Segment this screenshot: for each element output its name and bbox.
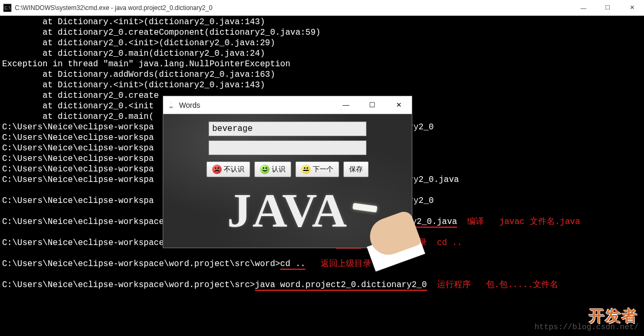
cmd-icon: C:\ bbox=[3, 4, 12, 12]
dont-know-button[interactable]: 不认识 bbox=[206, 161, 250, 177]
dialog-maximize-button[interactable]: ☐ bbox=[359, 96, 385, 114]
dialog-title: Words bbox=[179, 101, 333, 109]
run-line: C:\Users\Neice\eclipse-workspace\word.pr… bbox=[2, 280, 642, 290]
cmd-title: C:\WINDOWS\system32\cmd.exe - java word.… bbox=[15, 4, 571, 12]
blank-line bbox=[2, 269, 642, 280]
next-label: 下一个 bbox=[313, 165, 333, 174]
stack-line: at Dictionary.<init>(dictionary2_0.java:… bbox=[2, 17, 642, 27]
stack-line: at Dictionary.addWords(dictionary2_0.jav… bbox=[2, 69, 642, 80]
maximize-button[interactable]: ☐ bbox=[596, 0, 620, 16]
cmd-titlebar[interactable]: C:\ C:\WINDOWS\system32\cmd.exe - java w… bbox=[0, 0, 644, 16]
close-button[interactable]: ✕ bbox=[620, 0, 644, 16]
dont-know-label: 不认识 bbox=[224, 165, 244, 174]
happy-face-icon bbox=[260, 165, 270, 174]
cmd-window-controls: — ☐ ✕ bbox=[571, 0, 644, 16]
dialog-close-button[interactable]: ✕ bbox=[385, 96, 412, 114]
java-cup-icon bbox=[166, 100, 176, 110]
hand-chalk-illustration bbox=[349, 200, 412, 248]
stack-line: at Dictionary.<init>(dictionary2_0.java:… bbox=[2, 80, 642, 90]
neutral-face-icon bbox=[301, 165, 311, 174]
button-row: 不认识 认识 下一个 保存 bbox=[169, 161, 407, 177]
chalkboard-java-text: JAVA bbox=[227, 182, 348, 238]
java-words-dialog[interactable]: Words — ☐ ✕ 不认识 认识 下一个 bbox=[163, 96, 412, 248]
blank-line bbox=[2, 248, 642, 259]
cd-line: C:\Users\Neice\eclipse-workspace\word.pr… bbox=[2, 259, 642, 269]
next-button[interactable]: 下一个 bbox=[295, 161, 339, 177]
word-input[interactable] bbox=[209, 121, 366, 136]
know-button[interactable]: 认识 bbox=[254, 161, 291, 177]
stack-line: at dictionary2_0.createComponent(diction… bbox=[2, 27, 642, 38]
dialog-minimize-button[interactable]: — bbox=[333, 96, 359, 114]
save-button[interactable]: 保存 bbox=[343, 161, 369, 177]
dialog-content: 不认识 认识 下一个 保存 JAVA bbox=[163, 114, 412, 248]
brand-watermark: 开发者 bbox=[589, 311, 638, 321]
stack-line: at dictionary2_0.<init>(dictionary2_0.ja… bbox=[2, 38, 642, 48]
meaning-input[interactable] bbox=[209, 140, 366, 155]
minimize-button[interactable]: — bbox=[571, 0, 596, 16]
save-label: 保存 bbox=[349, 165, 363, 174]
exception-line: Exception in thread "main" java.lang.Nul… bbox=[2, 59, 642, 69]
dialog-titlebar[interactable]: Words — ☐ ✕ bbox=[163, 96, 412, 114]
dialog-window-controls: — ☐ ✕ bbox=[333, 96, 412, 114]
sad-face-icon bbox=[212, 165, 222, 174]
know-label: 认识 bbox=[272, 165, 285, 174]
stack-line: at dictionary2_0.main(dictionary2_0.java… bbox=[2, 48, 642, 59]
